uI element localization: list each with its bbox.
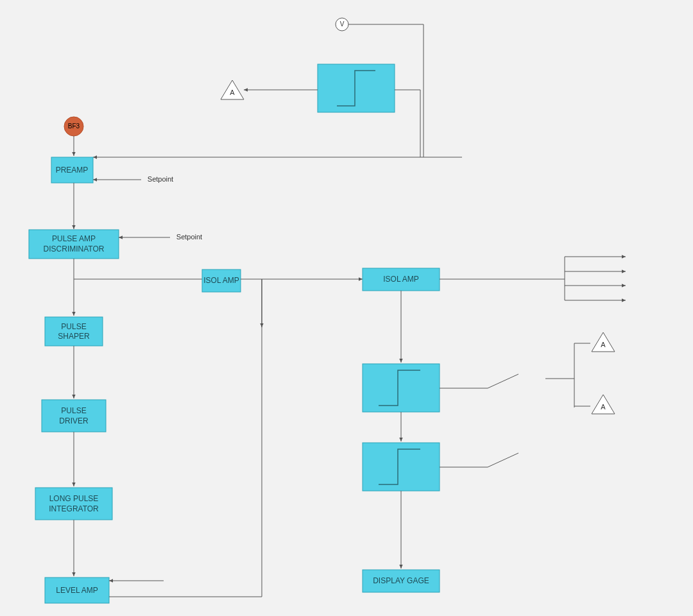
pulse-driver-label2: DRIVER: [59, 416, 89, 425]
pulse-shaper-label1: PULSE: [61, 322, 86, 331]
pulse-amp-disc-label1: PULSE AMP: [52, 234, 96, 243]
pulse-driver-box: [42, 400, 106, 432]
bistable-top: [318, 64, 395, 112]
v-label: V: [340, 21, 345, 28]
triangle-a-top-label: A: [230, 89, 235, 96]
bistable-2-box: [363, 364, 440, 412]
level-amp-label: LEVEL AMP: [56, 586, 98, 595]
wire-isol1-down: [241, 279, 262, 327]
bf3-label: BF3: [68, 123, 80, 130]
preamp-label: PREAMP: [56, 166, 89, 175]
setpoint2-label: Setpoint: [176, 233, 202, 241]
long-pulse-int-label1: LONG PULSE: [49, 494, 99, 503]
switch-2: [488, 374, 518, 388]
display-gage-label: DISPLAY GAGE: [373, 576, 429, 585]
wire-bistable-top-right: [395, 90, 420, 157]
triangle-a-right-bot-label: A: [601, 403, 606, 411]
switch-3: [488, 453, 518, 467]
bistable-3-box: [363, 443, 440, 491]
setpoint1-label: Setpoint: [148, 175, 173, 183]
triangle-a-right-top-label: A: [601, 341, 606, 348]
pulse-shaper-label2: SHAPER: [58, 332, 90, 341]
wire-levelamp-to-isol2: [109, 279, 363, 597]
long-pulse-int-box: [35, 488, 112, 520]
pulse-driver-label1: PULSE: [61, 406, 86, 415]
long-pulse-int-label2: INTEGRATOR: [49, 504, 99, 513]
isol-amp-2-label: ISOL AMP: [383, 275, 419, 284]
isol-amp-1-label: ISOL AMP: [203, 276, 239, 285]
pulse-amp-disc-label2: DISCRIMINATOR: [44, 244, 105, 253]
